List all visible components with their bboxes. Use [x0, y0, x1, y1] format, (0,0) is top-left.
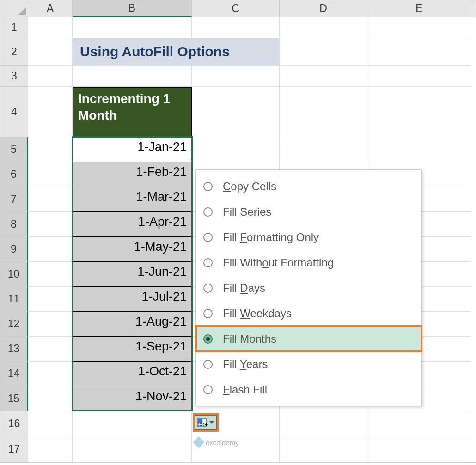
- watermark: exceldemy: [195, 438, 239, 447]
- menu-fill-without-formatting[interactable]: Fill Without Formatting: [196, 250, 421, 275]
- cell-b15[interactable]: 1-Nov-21: [73, 386, 192, 411]
- row-header-15[interactable]: 15: [0, 386, 28, 411]
- menu-label: Fill Formatting Only: [223, 231, 319, 244]
- col-header-b[interactable]: B: [73, 0, 192, 17]
- column-headers-row: A B C D E: [0, 0, 476, 17]
- autofill-options-button[interactable]: [193, 413, 219, 432]
- row-header-4[interactable]: 4: [0, 87, 28, 137]
- radio-checked-icon: [203, 334, 213, 344]
- col-header-d[interactable]: D: [280, 0, 367, 17]
- cell-b9[interactable]: 1-May-21: [73, 237, 192, 262]
- radio-icon: [203, 233, 213, 242]
- col-header-c[interactable]: C: [192, 0, 280, 17]
- cell-b6[interactable]: 1-Feb-21: [73, 162, 192, 187]
- spreadsheet: A B C D E 1 2 3 4 5 6 7 8 9 10 11 12 13 …: [0, 0, 476, 463]
- cell-b12[interactable]: 1-Aug-21: [73, 312, 192, 337]
- menu-label: Fill Years: [223, 358, 268, 371]
- menu-label: Fill Weekdays: [223, 307, 292, 320]
- page-title: Using AutoFill Options: [73, 38, 280, 66]
- row-header-1[interactable]: 1: [0, 17, 28, 38]
- menu-label: Fill Days: [223, 282, 265, 295]
- row-header-13[interactable]: 13: [0, 337, 28, 362]
- select-all-corner[interactable]: [0, 0, 28, 17]
- cell-b7[interactable]: 1-Mar-21: [73, 187, 192, 212]
- menu-fill-weekdays[interactable]: Fill Weekdays: [196, 301, 421, 326]
- menu-label: Fill Without Formatting: [223, 256, 334, 269]
- radio-icon: [203, 309, 213, 318]
- table-header: Incrementing 1 Month: [73, 87, 192, 137]
- menu-fill-months[interactable]: Fill Months: [196, 326, 421, 351]
- radio-icon: [203, 284, 213, 293]
- menu-flash-fill[interactable]: Flash Fill: [196, 377, 421, 402]
- cell-b14[interactable]: 1-Oct-21: [73, 362, 192, 386]
- row-header-10[interactable]: 10: [0, 262, 28, 287]
- row-header-12[interactable]: 12: [0, 312, 28, 337]
- row-header-7[interactable]: 7: [0, 187, 28, 212]
- row-header-17[interactable]: 17: [0, 436, 28, 462]
- radio-icon: [203, 385, 213, 394]
- cell-b13[interactable]: 1-Sep-21: [73, 337, 192, 362]
- menu-fill-days[interactable]: Fill Days: [196, 275, 421, 301]
- row-header-14[interactable]: 14: [0, 362, 28, 386]
- cell-b8[interactable]: 1-Apr-21: [73, 212, 192, 237]
- menu-copy-cells[interactable]: Copy Cells: [196, 174, 421, 199]
- menu-label: Copy Cells: [223, 180, 276, 193]
- row-headers: 1 2 3 4 5 6 7 8 9 10 11 12 13 14 15 16 1…: [0, 17, 28, 462]
- menu-fill-formatting-only[interactable]: Fill Formatting Only: [196, 224, 421, 250]
- cell-b5[interactable]: 1-Jan-21: [73, 137, 192, 162]
- row-header-8[interactable]: 8: [0, 212, 28, 237]
- menu-label: Fill Months: [223, 332, 276, 345]
- radio-icon: [203, 182, 213, 191]
- autofill-options-menu: Copy Cells Fill Series Fill Formatting O…: [195, 169, 422, 406]
- grid-area[interactable]: Using AutoFill Options Incrementing 1 Mo…: [28, 17, 476, 462]
- col-header-e[interactable]: E: [367, 0, 471, 17]
- cell-b11[interactable]: 1-Jul-21: [73, 287, 192, 312]
- menu-fill-series[interactable]: Fill Series: [196, 199, 421, 224]
- row-header-16[interactable]: 16: [0, 411, 28, 436]
- menu-label: Fill Series: [223, 205, 271, 218]
- menu-fill-years[interactable]: Fill Years: [196, 351, 421, 377]
- row-header-6[interactable]: 6: [0, 162, 28, 187]
- col-header-a[interactable]: A: [28, 0, 73, 17]
- autofill-icon: [197, 418, 207, 427]
- row-header-9[interactable]: 9: [0, 237, 28, 262]
- menu-label: Flash Fill: [223, 383, 267, 396]
- chevron-down-icon: [209, 421, 214, 424]
- row-header-3[interactable]: 3: [0, 66, 28, 87]
- row-header-2[interactable]: 2: [0, 38, 28, 66]
- radio-icon: [203, 360, 213, 369]
- row-header-11[interactable]: 11: [0, 287, 28, 312]
- watermark-icon: [193, 436, 204, 448]
- row-header-5[interactable]: 5: [0, 137, 28, 162]
- cell-b10[interactable]: 1-Jun-21: [73, 262, 192, 287]
- radio-icon: [203, 258, 213, 267]
- radio-icon: [203, 207, 213, 217]
